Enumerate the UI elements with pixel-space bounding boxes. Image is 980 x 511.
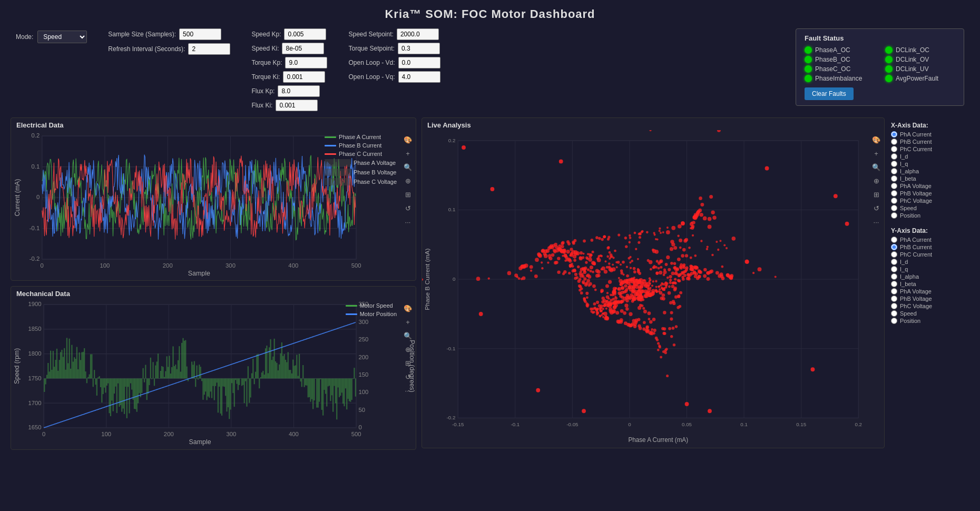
svg-rect-407: [268, 374, 269, 379]
svg-rect-166: [308, 195, 308, 201]
radio-item-x-axis-9[interactable]: PhC Voltage: [891, 198, 966, 204]
radio-y-axis-11[interactable]: [891, 318, 897, 324]
radio-item-y-axis-3[interactable]: I_d: [891, 259, 966, 265]
radio-item-x-axis-0[interactable]: PhA Current: [891, 131, 966, 137]
radio-item-x-axis-4[interactable]: I_q: [891, 161, 966, 167]
radio-y-axis-8[interactable]: [891, 296, 897, 302]
torque-setpoint-input[interactable]: [398, 43, 440, 54]
radio-y-axis-3[interactable]: [891, 259, 897, 265]
radio-item-x-axis-8[interactable]: PhB Voltage: [891, 190, 966, 196]
speed-kp-input[interactable]: [284, 28, 326, 40]
radio-item-x-axis-10[interactable]: Speed: [891, 205, 966, 211]
radio-item-y-axis-11[interactable]: Position: [891, 318, 966, 324]
torque-ki-input[interactable]: [283, 71, 325, 83]
radio-item-y-axis-8[interactable]: PhB Voltage: [891, 296, 966, 302]
radio-x-axis-0[interactable]: [891, 131, 897, 137]
mech-toolbar-more-icon[interactable]: ···: [402, 385, 414, 396]
toolbar-fullscreen-icon[interactable]: ⊞: [402, 189, 414, 200]
sample-size-input[interactable]: [179, 28, 221, 40]
svg-point-1187: [592, 311, 594, 314]
svg-point-1216: [522, 264, 526, 268]
radio-x-axis-3[interactable]: [891, 153, 897, 160]
live-toolbar-rainbow-icon[interactable]: 🎨: [870, 134, 882, 145]
radio-item-x-axis-5[interactable]: I_alpha: [891, 168, 966, 174]
radio-x-axis-7[interactable]: [891, 183, 897, 189]
toolbar-reset-icon[interactable]: ↺: [402, 202, 414, 214]
svg-point-1157: [709, 195, 713, 199]
radio-x-axis-5[interactable]: [891, 168, 897, 174]
live-toolbar-pan-icon[interactable]: ⊕: [870, 175, 882, 186]
svg-point-1055: [579, 256, 582, 259]
open-loop-vd-input[interactable]: [398, 57, 440, 68]
radio-y-axis-0[interactable]: [891, 237, 897, 243]
flux-ki-input[interactable]: [276, 100, 318, 111]
radio-x-axis-10[interactable]: [891, 205, 897, 211]
radio-item-y-axis-5[interactable]: I_alpha: [891, 273, 966, 280]
svg-rect-160: [297, 195, 297, 200]
refresh-interval-input[interactable]: [188, 43, 230, 55]
radio-x-axis-4[interactable]: [891, 161, 897, 167]
svg-rect-49: [87, 192, 88, 203]
torque-kp-input[interactable]: [285, 57, 327, 68]
mech-toolbar-fullscreen-icon[interactable]: ⊞: [402, 357, 414, 369]
radio-item-y-axis-6[interactable]: I_beta: [891, 281, 966, 287]
radio-x-axis-2[interactable]: [891, 146, 897, 152]
radio-item-x-axis-7[interactable]: PhA Voltage: [891, 183, 966, 189]
radio-item-y-axis-10[interactable]: Speed: [891, 310, 966, 317]
svg-rect-257: [80, 360, 81, 379]
live-toolbar-zoom-out-icon[interactable]: 🔍: [870, 161, 882, 173]
radio-x-axis-1[interactable]: [891, 139, 897, 145]
radio-x-axis-8[interactable]: [891, 190, 897, 196]
mode-select[interactable]: Speed Torque Open Loop: [37, 31, 87, 43]
radio-y-axis-6[interactable]: [891, 281, 897, 287]
radio-item-y-axis-0[interactable]: PhA Current: [891, 237, 966, 243]
toolbar-zoom-in-icon[interactable]: +: [402, 148, 414, 159]
radio-y-axis-5[interactable]: [891, 273, 897, 280]
radio-item-y-axis-2[interactable]: PhC Current: [891, 251, 966, 258]
toolbar-rainbow-icon[interactable]: 🎨: [402, 134, 414, 145]
speed-ki-input[interactable]: [282, 43, 324, 54]
svg-rect-352: [199, 365, 200, 379]
speed-setpoint-input[interactable]: [397, 28, 439, 40]
svg-point-1168: [698, 269, 701, 273]
radio-item-y-axis-7[interactable]: PhA Voltage: [891, 288, 966, 294]
radio-x-axis-6[interactable]: [891, 175, 897, 182]
toolbar-pan-icon[interactable]: ⊕: [402, 175, 414, 186]
radio-y-axis-1[interactable]: [891, 244, 897, 250]
mech-toolbar-reset-icon[interactable]: ↺: [402, 371, 414, 382]
mech-toolbar-zoom-in-icon[interactable]: +: [402, 316, 414, 328]
radio-y-axis-4[interactable]: [891, 266, 897, 272]
open-loop-vq-input[interactable]: [398, 71, 440, 83]
toolbar-more-icon[interactable]: ···: [402, 216, 414, 228]
radio-item-x-axis-1[interactable]: PhB Current: [891, 139, 966, 145]
radio-item-x-axis-6[interactable]: I_beta: [891, 175, 966, 182]
mech-toolbar-pan-icon[interactable]: ⊕: [402, 343, 414, 355]
radio-item-y-axis-4[interactable]: I_q: [891, 266, 966, 272]
live-toolbar-zoom-in-icon[interactable]: +: [870, 148, 882, 159]
radio-y-axis-2[interactable]: [891, 251, 897, 258]
radio-item-y-axis-9[interactable]: PhC Voltage: [891, 303, 966, 309]
radio-x-axis-9[interactable]: [891, 198, 897, 204]
live-toolbar-reset-icon[interactable]: ↺: [870, 202, 882, 214]
radio-x-axis-11[interactable]: [891, 212, 897, 219]
mech-toolbar-zoom-out-icon[interactable]: 🔍: [402, 330, 414, 341]
svg-rect-462: [336, 379, 337, 420]
toolbar-zoom-out-icon[interactable]: 🔍: [402, 161, 414, 173]
radio-item-x-axis-2[interactable]: PhC Current: [891, 146, 966, 152]
live-toolbar-more-icon[interactable]: ···: [870, 216, 882, 228]
svg-rect-370: [221, 379, 222, 416]
clear-faults-button[interactable]: Clear Faults: [805, 87, 854, 100]
svg-point-594: [675, 325, 678, 328]
mech-toolbar-rainbow-icon[interactable]: 🎨: [402, 302, 414, 314]
radio-item-y-axis-1[interactable]: PhB Current: [891, 244, 966, 250]
live-toolbar-fullscreen-icon[interactable]: ⊞: [870, 189, 882, 200]
radio-y-axis-10[interactable]: [891, 310, 897, 317]
svg-rect-37: [65, 196, 65, 199]
flux-kp-input[interactable]: [278, 85, 320, 97]
legend-motor-speed: Motor Speed: [346, 302, 397, 309]
svg-point-562: [585, 292, 589, 295]
radio-y-axis-7[interactable]: [891, 288, 897, 294]
radio-y-axis-9[interactable]: [891, 303, 897, 309]
radio-item-x-axis-3[interactable]: I_d: [891, 153, 966, 160]
radio-item-x-axis-11[interactable]: Position: [891, 212, 966, 219]
